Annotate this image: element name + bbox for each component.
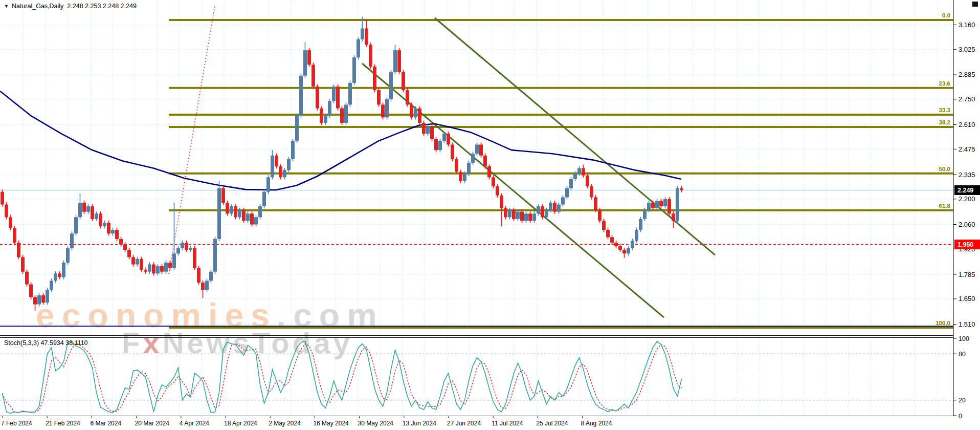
candle-up — [631, 241, 634, 248]
candle-down — [201, 283, 205, 290]
candle-up — [324, 116, 327, 123]
date-tick-label: 25 Jul 2024 — [536, 420, 568, 427]
candle-down — [5, 205, 8, 218]
candle-up — [545, 210, 548, 217]
date-tick-label: 8 Aug 2024 — [581, 420, 612, 427]
date-tick-label: 16 May 2024 — [313, 420, 349, 427]
candle-up — [271, 156, 274, 178]
candle-up — [66, 248, 70, 263]
candle-up — [389, 72, 393, 99]
candle-down — [340, 109, 344, 123]
candle-up — [635, 230, 638, 241]
candle-down — [590, 186, 593, 197]
fib-label-0.0: 0.0 — [942, 12, 950, 18]
candle-up — [332, 87, 336, 101]
candle-up — [230, 206, 233, 213]
candle-up — [627, 248, 630, 254]
candle-up — [291, 141, 295, 159]
gridlines — [0, 0, 953, 416]
price-tick-label: 2.610 — [959, 121, 975, 128]
date-tick-label: 30 May 2024 — [358, 420, 394, 427]
candle-up — [647, 203, 651, 210]
candle-up — [663, 199, 667, 206]
steep-dotted-trendline[interactable] — [169, 6, 215, 274]
candle-down — [672, 213, 675, 221]
candle-down — [41, 295, 45, 303]
candle-down — [618, 246, 622, 250]
date-tick-label: 18 Apr 2024 — [224, 420, 257, 427]
trading-chart-window: economies.com FxNewsToday 3.1603.0252.88… — [0, 0, 980, 430]
date-tick-label: 2 May 2024 — [269, 420, 301, 427]
axis-text-layer: 3.1603.0252.8852.7502.6102.4752.3352.200… — [1, 12, 980, 427]
date-tick-label: 20 Mar 2024 — [135, 420, 170, 427]
stoch-tick-label: 80 — [959, 351, 966, 358]
candle-up — [352, 57, 356, 83]
candle-down — [377, 90, 381, 104]
candle-down — [504, 208, 507, 218]
candle-down — [659, 201, 663, 206]
candle-up — [164, 263, 168, 272]
candle-up — [532, 213, 536, 221]
candle-down — [406, 90, 409, 104]
candle-down — [226, 203, 229, 213]
date-tick-label: 6 Mar 2024 — [90, 420, 121, 427]
candle-down — [160, 266, 164, 272]
price-tick-label: 3.160 — [959, 21, 975, 29]
candle-down — [127, 250, 131, 257]
date-tick-label: 21 Feb 2024 — [46, 420, 80, 427]
chart-canvas[interactable]: 3.1603.0252.8852.7502.6102.4752.3352.200… — [0, 0, 980, 430]
fib-label-23.6: 23.6 — [939, 80, 950, 87]
candle-down — [316, 87, 319, 109]
candle-down — [479, 144, 483, 155]
candle-up — [357, 39, 360, 57]
price-tick-label: 1.510 — [959, 320, 975, 328]
candle-down — [250, 213, 254, 224]
candle-up — [385, 99, 389, 117]
candle-down — [614, 243, 618, 246]
candle-up — [299, 76, 303, 116]
candle-down — [622, 250, 626, 253]
candle-up — [348, 83, 352, 105]
candle-down — [58, 273, 61, 277]
candle-down — [606, 230, 610, 237]
alert-price-badge-text: 1.950 — [957, 241, 973, 248]
candle-up — [148, 265, 151, 272]
candle-down — [9, 217, 12, 228]
candle-up — [205, 281, 209, 290]
candle-up — [189, 248, 192, 250]
candle-down — [369, 45, 372, 67]
candle-up — [172, 253, 176, 268]
stoch-tick-label: 20 — [959, 397, 966, 404]
candle-down — [119, 239, 123, 245]
candle-down — [242, 210, 246, 221]
candle-down — [123, 245, 127, 250]
symbol-dropdown-icon[interactable]: ▼ — [4, 4, 9, 9]
candle-down — [131, 257, 135, 264]
candle-down — [234, 206, 237, 217]
candle-down — [307, 50, 311, 64]
symbol-header: ▼Natural_Gas,Daily 2.248 2.253 2.248 2.2… — [4, 3, 137, 10]
candle-down — [553, 203, 556, 212]
candle-down — [279, 166, 282, 177]
date-tick-label: 11 Jul 2024 — [492, 420, 523, 427]
candle-down — [500, 196, 503, 208]
candle-up — [438, 141, 442, 150]
candle-down — [598, 210, 602, 221]
candle-down — [365, 29, 368, 45]
candle-down — [541, 206, 544, 217]
price-tick-label: 2.335 — [959, 171, 975, 179]
candle-down — [373, 67, 376, 90]
fib-label-38.2: 38.2 — [939, 119, 950, 125]
candle-up — [467, 163, 471, 174]
date-tick-label: 13 Jun 2024 — [403, 420, 436, 427]
candle-down — [455, 159, 458, 172]
candle-up — [86, 206, 90, 212]
candle-up — [557, 205, 561, 212]
candle-down — [586, 176, 589, 186]
candle-up — [62, 263, 65, 277]
candle-up — [328, 101, 331, 115]
candle-down — [520, 212, 524, 221]
fibonacci-levels[interactable] — [169, 20, 953, 328]
candle-down — [1, 192, 4, 205]
candle-up — [475, 144, 479, 154]
